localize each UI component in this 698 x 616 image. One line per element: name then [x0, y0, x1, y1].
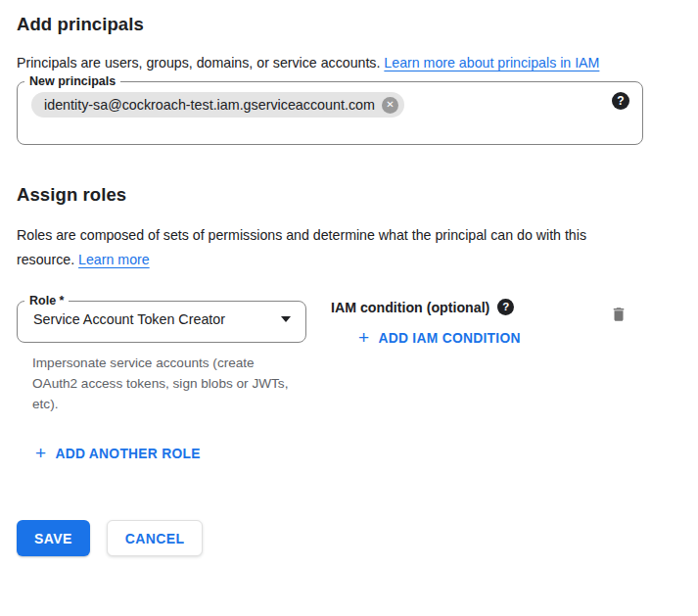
- delete-icon: [610, 312, 628, 327]
- plus-icon: +: [35, 444, 46, 462]
- iam-condition-label-row: IAM condition (optional) ?: [331, 299, 610, 315]
- page-title: Add principals: [17, 13, 681, 36]
- new-principals-content: identity-sa@cockroach-test.iam.gservicea…: [18, 88, 642, 143]
- role-select-value-row: Service Account Token Creator: [18, 308, 305, 342]
- intro-paragraph: Principals are users, groups, domains, o…: [17, 51, 648, 75]
- cancel-button[interactable]: CANCEL: [107, 520, 204, 556]
- principal-chip: identity-sa@cockroach-test.iam.gservicea…: [31, 92, 404, 118]
- role-select[interactable]: Role * Service Account Token Creator: [17, 295, 306, 343]
- chip-remove-icon[interactable]: ✕: [382, 97, 398, 114]
- role-row: Role * Service Account Token Creator Imp…: [17, 295, 681, 414]
- delete-column: [610, 305, 628, 328]
- plus-icon: +: [358, 328, 369, 347]
- role-select-value: Service Account Token Creator: [33, 309, 225, 329]
- save-button[interactable]: SAVE: [17, 520, 90, 556]
- role-select-label: Role *: [24, 295, 69, 308]
- role-helper-text: Impersonate service accounts (create OAu…: [32, 353, 289, 414]
- new-principals-label: New principals: [24, 75, 120, 88]
- learn-more-principals-link[interactable]: Learn more about principals in IAM: [384, 55, 599, 71]
- actions-row: SAVE CANCEL: [17, 520, 681, 556]
- delete-role-button[interactable]: [610, 305, 628, 324]
- principal-chip-text: identity-sa@cockroach-test.iam.gservicea…: [44, 97, 375, 113]
- assign-roles-title: Assign roles: [17, 183, 681, 207]
- add-principals-panel: Add principals Principals are users, gro…: [0, 0, 698, 556]
- intro-text: Principals are users, groups, domains, o…: [17, 55, 380, 71]
- new-principals-field[interactable]: New principals identity-sa@cockroach-tes…: [17, 75, 643, 145]
- dropdown-arrow-icon: [281, 316, 291, 322]
- add-iam-condition-label: ADD IAM CONDITION: [378, 331, 520, 346]
- learn-more-roles-link[interactable]: Learn more: [78, 252, 150, 267]
- iam-condition-label: IAM condition (optional): [331, 300, 489, 315]
- add-another-role-label: ADD ANOTHER ROLE: [55, 447, 200, 461]
- role-column: Role * Service Account Token Creator Imp…: [17, 295, 306, 414]
- add-iam-condition-button[interactable]: + ADD IAM CONDITION: [358, 329, 521, 348]
- roles-description: Roles are composed of sets of permission…: [17, 223, 604, 272]
- principals-help-icon[interactable]: ?: [612, 92, 629, 110]
- iam-condition-help-icon[interactable]: ?: [497, 299, 514, 315]
- iam-condition-column: IAM condition (optional) ? + ADD IAM CON…: [331, 295, 610, 349]
- add-another-role-button[interactable]: + ADD ANOTHER ROLE: [35, 445, 201, 463]
